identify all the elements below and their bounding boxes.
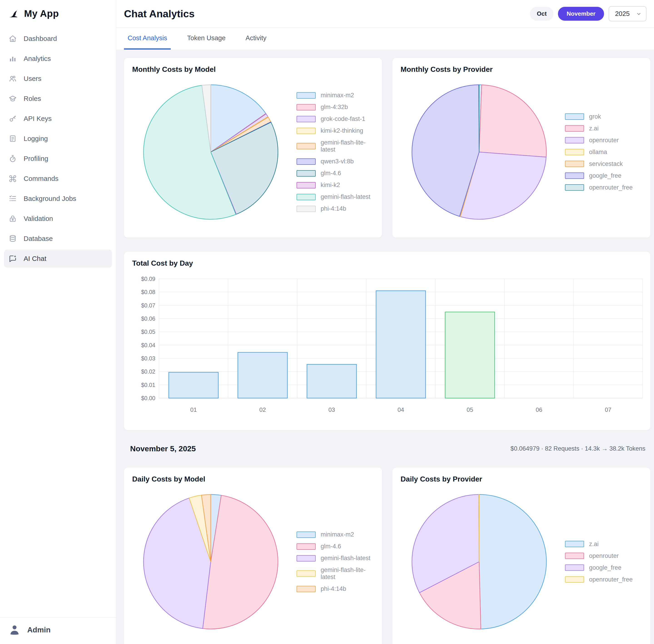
legend-item-servicestack[interactable]: servicestack	[565, 160, 633, 167]
legend-item-kimi-k2[interactable]: kimi-k2	[296, 182, 374, 189]
chart-title: Total Cost by Day	[132, 259, 642, 268]
legend-item-grok[interactable]: grok	[565, 113, 633, 120]
legend-item-z-ai[interactable]: z.ai	[565, 125, 633, 132]
legend-item-kimi-k2-thinking[interactable]: kimi-k2-thinking	[296, 127, 374, 134]
person-icon	[8, 624, 21, 636]
legend-label: openrouter_free	[589, 184, 633, 191]
pie-slice-z-ai	[479, 85, 547, 157]
svg-text:$0.00: $0.00	[141, 395, 155, 401]
legend-swatch	[565, 541, 584, 547]
legend-item-glm-4-6[interactable]: glm-4.6	[296, 170, 374, 177]
chart-title: Monthly Costs by Model	[132, 65, 374, 74]
legend-label: glm-4.6	[321, 543, 341, 550]
sidebar-item-users[interactable]: Users	[4, 70, 112, 88]
sidebar-item-ai-chat[interactable]: AI Chat	[4, 250, 112, 268]
legend-swatch	[296, 158, 316, 165]
legend-label: ollama	[589, 148, 607, 156]
sidebar-item-label: Roles	[24, 95, 41, 102]
card-daily-costs-by-provider: Daily Costs by Provider z.aiopenroutergo…	[392, 468, 650, 644]
legend-label: openrouter_free	[589, 576, 633, 583]
legend-item-openrouter-free[interactable]: openrouter_free	[565, 576, 633, 583]
sidebar-item-commands[interactable]: Commands	[4, 169, 112, 188]
sidebar-item-database[interactable]: Database	[4, 230, 112, 248]
sidebar-item-label: Dashboard	[24, 35, 57, 43]
svg-text:06: 06	[536, 406, 542, 413]
svg-text:$0.08: $0.08	[141, 289, 155, 295]
lock-icon	[9, 214, 17, 223]
card-monthly-costs-by-provider: Monthly Costs by Provider grokz.aiopenro…	[392, 58, 650, 238]
legend-item-z-ai[interactable]: z.ai	[565, 540, 633, 548]
legend-item-minimax-m2[interactable]: minimax-m2	[296, 92, 374, 99]
legend-item-gemini-flash-lite-latest[interactable]: gemini-flash-lite-latest	[296, 567, 374, 581]
sidebar-user[interactable]: Admin	[0, 617, 116, 644]
bar-day-03	[307, 364, 357, 398]
legend-item-gemini-flash-latest[interactable]: gemini-flash-latest	[296, 555, 374, 562]
sidebar-nav: DashboardAnalyticsUsersRolesAPI KeysLogg…	[0, 26, 116, 617]
chart-title: Monthly Costs by Provider	[401, 65, 642, 74]
legend-swatch	[565, 137, 584, 143]
chevron-down-icon	[636, 11, 641, 17]
bar-day-04	[376, 291, 426, 398]
bar-chart-total-cost-by-day: $0.00$0.01$0.02$0.03$0.04$0.05$0.06$0.07…	[132, 272, 642, 423]
daily-section-header: November 5, 2025 $0.064979 · 82 Requests…	[124, 444, 650, 453]
legend-item-phi-4-14b[interactable]: phi-4:14b	[296, 205, 374, 212]
legend-swatch	[565, 161, 584, 167]
legend-swatch	[296, 531, 316, 538]
legend-item-google-free[interactable]: google_free	[565, 172, 633, 179]
app-logo: My App	[0, 0, 116, 26]
year-select[interactable]: 2025	[609, 6, 647, 21]
legend-swatch	[296, 170, 316, 177]
sidebar-item-api-keys[interactable]: API Keys	[4, 110, 112, 128]
tab-activity[interactable]: Activity	[242, 28, 270, 49]
month-button-november[interactable]: November	[558, 7, 604, 21]
legend-label: z.ai	[589, 125, 599, 132]
legend-item-google-free[interactable]: google_free	[565, 564, 633, 571]
app-name: My App	[24, 8, 59, 19]
key-icon	[9, 115, 17, 123]
sidebar-item-label: Profiling	[24, 155, 48, 162]
legend-swatch	[296, 586, 316, 592]
legend-item-openrouter-free[interactable]: openrouter_free	[565, 184, 633, 191]
sidebar-item-profiling[interactable]: Profiling	[4, 150, 112, 168]
sidebar-item-dashboard[interactable]: Dashboard	[4, 29, 112, 48]
legend-item-glm-4-32b[interactable]: glm-4:32b	[296, 104, 374, 111]
svg-text:07: 07	[605, 406, 611, 413]
legend-item-ollama[interactable]: ollama	[565, 148, 633, 156]
sidebar-item-validation[interactable]: Validation	[4, 209, 112, 228]
legend-item-glm-4-6[interactable]: glm-4.6	[296, 543, 374, 550]
legend-item-gemini-flash-latest[interactable]: gemini-flash-latest	[296, 193, 374, 201]
legend-item-phi-4-14b[interactable]: phi-4:14b	[296, 585, 374, 592]
svg-text:$0.06: $0.06	[141, 316, 155, 322]
svg-text:$0.07: $0.07	[141, 302, 155, 308]
legend-label: phi-4:14b	[321, 585, 346, 592]
pie-chart-daily-costs-by-provider	[409, 492, 550, 631]
legend-label: phi-4:14b	[321, 205, 346, 212]
legend-label: grok-code-fast-1	[321, 115, 365, 122]
svg-text:$0.03: $0.03	[141, 355, 155, 362]
legend-swatch	[296, 194, 316, 200]
checklist-icon	[9, 194, 17, 203]
month-button-oct[interactable]: Oct	[530, 7, 553, 21]
legend-item-openrouter[interactable]: openrouter	[565, 552, 633, 559]
sidebar-item-label: Logging	[24, 135, 48, 142]
legend-label: openrouter	[589, 137, 619, 144]
legend-swatch	[296, 92, 316, 99]
legend-item-openrouter[interactable]: openrouter	[565, 137, 633, 144]
user-name: Admin	[27, 626, 51, 634]
sidebar-item-background-jobs[interactable]: Background Jobs	[4, 189, 112, 208]
legend-item-gemini-flash-lite-latest[interactable]: gemini-flash-lite-latest	[296, 139, 374, 153]
legend-swatch	[565, 125, 584, 132]
sidebar-item-analytics[interactable]: Analytics	[4, 49, 112, 68]
sidebar-item-roles[interactable]: Roles	[4, 90, 112, 108]
bar-day-05	[445, 312, 494, 398]
chat-sparkle-icon	[9, 254, 17, 263]
svg-text:03: 03	[329, 406, 335, 413]
legend-item-minimax-m2[interactable]: minimax-m2	[296, 531, 374, 538]
sidebar: My App DashboardAnalyticsUsersRolesAPI K…	[0, 0, 116, 644]
legend-item-grok-code-fast-1[interactable]: grok-code-fast-1	[296, 115, 374, 122]
sidebar-item-logging[interactable]: Logging	[4, 130, 112, 148]
tab-token-usage[interactable]: Token Usage	[184, 28, 229, 49]
legend-label: gemini-flash-lite-latest	[321, 567, 374, 581]
tab-cost-analysis[interactable]: Cost Analysis	[124, 28, 171, 49]
legend-item-qwen3-vl-8b[interactable]: qwen3-vl:8b	[296, 158, 374, 165]
